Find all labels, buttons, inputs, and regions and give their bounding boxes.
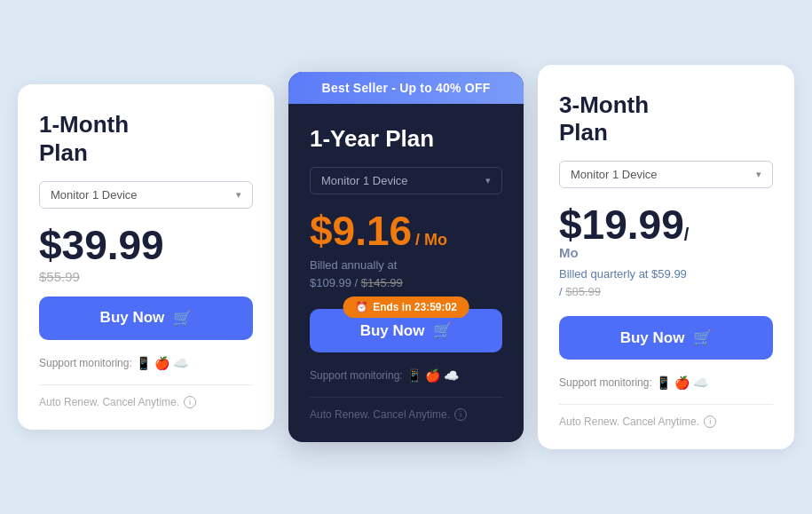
device-dropdown[interactable]: Monitor 1 Device ▾ (559, 161, 773, 188)
chevron-down-icon: ▾ (756, 169, 761, 180)
support-row: Support monitoring: 📱 🍎 ☁️ (39, 356, 253, 370)
original-billed: $145.99 (361, 276, 403, 289)
buy-button-wrapper: ⏰ Ends in 23:59:02 Buy Now 🛒 (310, 309, 502, 352)
billed-amount: $109.99 / (310, 276, 361, 289)
support-label: Support monitoring: (559, 376, 652, 389)
divider (559, 404, 773, 405)
support-row: Support monitoring: 📱 🍎 ☁️ (310, 368, 502, 383)
original-price: $55.99 (39, 269, 253, 284)
auto-renew-label: Auto Renew. Cancel Anytime. (39, 396, 179, 408)
buy-now-label: Buy Now (360, 322, 425, 340)
auto-renew-text: Auto Renew. Cancel Anytime. i (310, 408, 502, 421)
divider (310, 397, 502, 398)
android-icon: 📱 (136, 356, 151, 370)
billed-info: Billed quarterly at $59.99 / $85.99 (559, 265, 773, 300)
featured-badge: Best Seller - Up to 40% OFF (288, 72, 524, 104)
support-label: Support monitoring: (39, 357, 132, 369)
card-one-year: Best Seller - Up to 40% OFF 1-Year Plan … (288, 72, 524, 442)
android-icon: 📱 (656, 376, 671, 390)
device-dropdown[interactable]: Monitor 1 Device ▾ (39, 181, 253, 209)
cart-icon: 🛒 (693, 328, 712, 347)
buy-button-wrapper: Buy Now 🛒 (559, 316, 773, 360)
current-price: $9.16 (310, 210, 412, 251)
clock-icon: ⏰ (355, 301, 368, 313)
current-price: $19.99 (559, 204, 684, 245)
chevron-down-icon: ▾ (485, 175, 491, 186)
dropdown-label: Monitor 1 Device (571, 168, 658, 181)
auto-renew-label: Auto Renew. Cancel Anytime. (310, 408, 450, 421)
slash-label: / (684, 225, 690, 245)
price-block: $39.99 $55.99 (39, 225, 253, 284)
auto-renew-text: Auto Renew. Cancel Anytime. i (39, 396, 253, 408)
plan-title: 1-Year Plan (310, 125, 502, 153)
current-price: $39.99 (39, 222, 164, 268)
timer-badge: ⏰ Ends in 23:59:02 (343, 297, 469, 318)
apple-icon: 🍎 (425, 368, 440, 383)
buy-now-label: Buy Now (100, 309, 165, 327)
info-icon[interactable]: i (184, 396, 196, 408)
original-billed: $85.99 (565, 285, 601, 298)
auto-renew-text: Auto Renew. Cancel Anytime. i (559, 415, 773, 428)
buy-now-label: Buy Now (620, 329, 685, 347)
billed-info: Billed annually at $109.99 / $145.99 (310, 257, 502, 291)
cart-icon: 🛒 (173, 309, 192, 328)
auto-renew-label: Auto Renew. Cancel Anytime. (559, 415, 699, 428)
chevron-down-icon: ▾ (236, 189, 241, 201)
info-icon[interactable]: i (454, 408, 467, 421)
cart-icon: 🛒 (433, 321, 452, 340)
support-label: Support monitoring: (310, 369, 403, 382)
plan-title: 3-Month Plan (559, 91, 773, 146)
pricing-cards: 1-Month Plan Monitor 1 Device ▾ $39.99 $… (18, 65, 794, 449)
info-icon[interactable]: i (704, 415, 716, 428)
dropdown-label: Monitor 1 Device (51, 188, 138, 202)
price-block: $19.99 / Mo (559, 204, 773, 260)
apple-icon: 🍎 (674, 376, 690, 390)
buy-button-wrapper: Buy Now 🛒 (39, 297, 253, 340)
featured-inner: 1-Year Plan Monitor 1 Device ▾ $9.16 / M… (288, 104, 524, 442)
buy-now-button[interactable]: Buy Now 🛒 (559, 316, 773, 360)
apple-icon: 🍎 (154, 356, 169, 370)
per-mo-label: / Mo (415, 231, 447, 249)
dropdown-label: Monitor 1 Device (321, 174, 408, 187)
cloud-icon: ☁️ (693, 376, 708, 390)
price-block: $9.16 / Mo (310, 210, 502, 251)
divider (39, 384, 253, 385)
card-three-month: 3-Month Plan Monitor 1 Device ▾ $19.99 /… (538, 65, 794, 449)
buy-now-button[interactable]: Buy Now 🛒 (39, 297, 253, 340)
timer-label: Ends in 23:59:02 (373, 301, 457, 313)
android-icon: 📱 (406, 368, 422, 383)
plan-title: 1-Month Plan (39, 111, 253, 166)
card-one-month: 1-Month Plan Monitor 1 Device ▾ $39.99 $… (18, 84, 274, 429)
device-dropdown[interactable]: Monitor 1 Device ▾ (310, 167, 502, 194)
support-row: Support monitoring: 📱 🍎 ☁️ (559, 376, 773, 390)
cloud-icon: ☁️ (444, 368, 459, 383)
cloud-icon: ☁️ (173, 356, 188, 370)
